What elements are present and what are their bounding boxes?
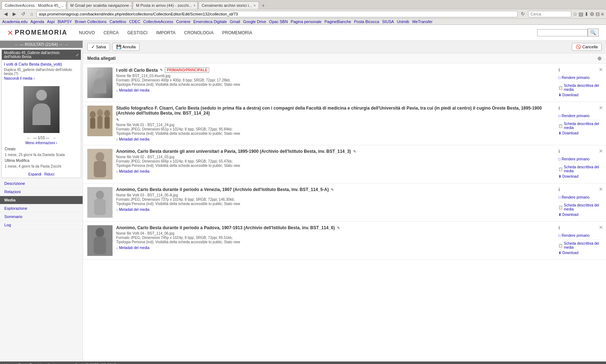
scheda-btn-4[interactable]: 📋 Scheda descrittiva del media xyxy=(558,203,602,212)
media-close-1[interactable]: ✕ xyxy=(599,67,603,72)
sidebar-menu-esplorazione[interactable]: Esplorazione xyxy=(0,204,83,213)
bookmark-siusa[interactable]: SIUSA xyxy=(382,19,394,24)
tab-3[interactable]: M Posta in arrivo (44) - zocchi... × xyxy=(133,1,198,9)
add-media-button[interactable]: ⊕ xyxy=(597,56,602,61)
nav-importa[interactable]: IMPORTA xyxy=(155,29,176,37)
bookmark-collectiveaccess[interactable]: CollectiveAccess xyxy=(143,19,173,24)
rendere-primario-btn-1[interactable]: □ Rendere primario xyxy=(558,75,589,80)
media-edit-icon-1[interactable]: ✎ xyxy=(160,68,163,72)
media-metadata-link-5[interactable]: ↓ Metadati del media xyxy=(116,246,149,250)
rendere-primario-btn-2[interactable]: □ Rendere primario xyxy=(558,114,589,118)
sidebar-menu-media[interactable]: Media xyxy=(0,196,83,204)
tab-1[interactable]: CollectiveAccess : Modifica 45_... × xyxy=(1,1,66,9)
nav-nuovo[interactable]: NUOVO xyxy=(78,29,96,37)
bookmark-opac[interactable]: Opac SBN xyxy=(269,19,288,24)
reload-button[interactable]: ↻ xyxy=(519,10,527,17)
back-button[interactable]: ◀ xyxy=(2,10,9,17)
media-close-2[interactable]: ✕ xyxy=(599,105,603,111)
sidebar-hide-media[interactable]: Nascondi il media › xyxy=(4,76,35,80)
bookmark-brown-collections[interactable]: Brown Collections xyxy=(75,19,106,24)
sidebar-card-link[interactable]: I volti di Carlo Besta (besta_volti) xyxy=(4,62,79,66)
media-close-4[interactable]: ✕ xyxy=(599,186,603,192)
media-close-3[interactable]: ✕ xyxy=(599,148,603,154)
nav-cerca[interactable]: CERCA xyxy=(103,29,119,37)
bookmark-google-drive[interactable]: Google Drive xyxy=(243,19,266,24)
scheda-btn-1[interactable]: 📋 Scheda descrittiva del media xyxy=(558,83,602,92)
scheda-btn-2[interactable]: 📋 Scheda descrittiva del media xyxy=(558,121,602,130)
bookmark-emeroteca[interactable]: Emeroteca Digitale xyxy=(193,19,227,24)
bookmark-posta[interactable]: Posta Bicocca xyxy=(354,19,379,24)
sidebar-menu-sommario[interactable]: Sommario xyxy=(0,213,83,221)
window-icon[interactable]: ⊟ xyxy=(596,11,600,17)
sidebar-reduce-link[interactable]: Riduci xyxy=(44,172,54,176)
sidebar-expand-link[interactable]: Espandi xyxy=(28,172,41,176)
download-btn-4[interactable]: ⬇ Download xyxy=(558,212,578,217)
bookmark-biapsy[interactable]: BIAPSY xyxy=(58,19,72,24)
download-btn-5[interactable]: ⬇ Download xyxy=(558,250,578,255)
bookmark-cartellino[interactable]: Cartellino xyxy=(109,19,126,24)
download-btn-2[interactable]: ⬇ Download xyxy=(558,131,578,136)
scheda-btn-5[interactable]: 📋 Scheda descrittiva del media xyxy=(558,241,602,250)
scheda-btn-3[interactable]: 📋 Scheda descrittiva del media xyxy=(558,165,602,173)
image-prev-arrow[interactable]: ← xyxy=(27,136,30,140)
app-search-input[interactable] xyxy=(537,29,588,36)
cancel-button[interactable]: 💾 Annulla xyxy=(112,43,140,51)
media-metadata-link-3[interactable]: ↓ Metadati del media xyxy=(116,169,149,173)
settings-icon[interactable]: ⚙ xyxy=(590,11,594,17)
forward-button[interactable]: ▶ xyxy=(11,10,18,17)
sidebar-menu-log[interactable]: Log xyxy=(0,221,83,229)
media-metadata-link-1[interactable]: ↓ Metadati del media xyxy=(116,88,149,92)
tab-4-close[interactable]: × xyxy=(254,4,256,8)
bookmark-wetransfer[interactable]: WeTransfer xyxy=(412,19,432,24)
bookmark-cdec[interactable]: CDEC xyxy=(129,19,140,24)
results-prev-arrow[interactable]: ← xyxy=(15,43,18,46)
tab-3-close[interactable]: × xyxy=(193,4,196,8)
bookmark-academia[interactable]: Academia.edu xyxy=(2,19,27,24)
bookmark-gmail[interactable]: Gmail xyxy=(230,19,240,24)
media-type-1: Tipologia Persona (ind); Visibilità dell… xyxy=(116,83,555,86)
bookmark-pagina-personale[interactable]: Pagina personale xyxy=(291,19,322,24)
download-btn-1[interactable]: ⬇ Download xyxy=(558,93,578,97)
download-btn-3[interactable]: ⬇ Download xyxy=(558,174,578,179)
refresh-button[interactable]: ↺ xyxy=(19,10,27,17)
sidebar-show-less[interactable]: Meno informazioni › xyxy=(25,140,58,146)
bookmark-aspi[interactable]: Aspi xyxy=(47,19,54,24)
sidebar-menu-descrizione[interactable]: Descrizione xyxy=(0,179,83,188)
rendere-primario-btn-3[interactable]: □ Rendere primario xyxy=(558,157,589,161)
media-edit-icon-4[interactable]: ✎ xyxy=(331,188,334,192)
star-icon[interactable]: ☆ xyxy=(573,11,578,17)
delete-button[interactable]: 🚫 Cancella xyxy=(572,43,602,51)
tab-4[interactable]: Censimento archivi storici i... × xyxy=(198,1,259,9)
app-header: ✕ PROMEMORIA NUOVO CERCA GESTISCI IMPORT… xyxy=(0,25,606,41)
url-bar[interactable] xyxy=(36,11,518,17)
image-next-arrow[interactable]: → xyxy=(52,136,56,140)
nav-promemoria[interactable]: PROMEMORIA xyxy=(221,29,253,37)
app-search-button[interactable]: 🔍 xyxy=(588,28,599,37)
media-edit-icon-3[interactable]: ✎ xyxy=(353,150,356,154)
expand-icon[interactable]: ⤢ xyxy=(76,53,79,57)
sidebar-menu-relazioni[interactable]: Relazioni xyxy=(0,188,83,196)
media-close-5[interactable]: ✕ xyxy=(599,225,603,230)
rendere-primario-btn-5[interactable]: □ Rendere primario xyxy=(558,233,589,238)
media-metadata-link-4[interactable]: ↓ Metadati del media xyxy=(116,208,149,212)
bookmark-icon[interactable]: ▤ xyxy=(579,11,583,17)
media-edit-icon-5[interactable]: ✎ xyxy=(337,226,340,230)
media-metadata-link-2[interactable]: ↓ Metadati del media xyxy=(116,137,149,141)
menu-icon[interactable]: ≡ xyxy=(601,11,604,17)
browser-search-input[interactable] xyxy=(528,11,571,17)
download-icon[interactable]: ⬇ xyxy=(584,11,589,17)
home-button[interactable]: ⌂ xyxy=(28,10,35,17)
media-edit-icon-2[interactable]: ✎ xyxy=(116,118,119,122)
bookmark-corriere[interactable]: Corriere xyxy=(176,19,190,24)
tab-2[interactable]: M Gmail per scaletta navigazione - z... … xyxy=(67,1,132,9)
save-button[interactable]: ✓ Salva xyxy=(87,43,110,51)
results-next-arrow[interactable]: → xyxy=(64,43,68,46)
new-tab-button[interactable]: + xyxy=(260,2,267,9)
tab-1-close[interactable]: × xyxy=(65,4,66,8)
rendere-primario-btn-4[interactable]: □ Rendere primario xyxy=(558,195,589,200)
bookmark-agenda[interactable]: Agenda xyxy=(30,19,44,24)
bookmark-pagineBianche[interactable]: PagineBianche xyxy=(324,19,351,24)
nav-cronologia[interactable]: CRONOLOGIA xyxy=(184,29,214,37)
bookmark-unimib[interactable]: Unimib xyxy=(397,19,409,24)
nav-gestisci[interactable]: GESTISCI xyxy=(127,29,148,37)
